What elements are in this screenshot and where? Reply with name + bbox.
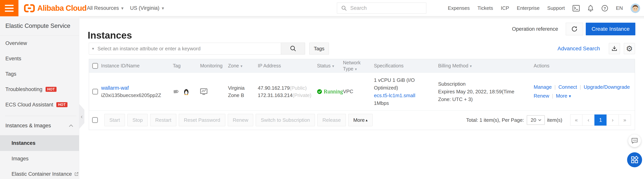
resource-scope-dropdown[interactable]: All Resources bbox=[87, 5, 124, 11]
zone-cell: Virginia Zone B bbox=[228, 84, 258, 99]
refresh-icon bbox=[571, 25, 578, 32]
instance-type-link[interactable]: ecs.t5-lc1m1.small bbox=[374, 92, 434, 99]
grid-icon bbox=[630, 156, 638, 164]
action-connect[interactable]: Connect bbox=[558, 84, 577, 90]
sidebar-item-instances[interactable]: Instances bbox=[0, 135, 79, 151]
bulk-actions: Start Stop Restart Reset Password Renew … bbox=[104, 114, 372, 126]
alibaba-cloud-logo-icon bbox=[24, 4, 35, 12]
topbar-search-input[interactable] bbox=[350, 5, 413, 11]
shortcuts-button[interactable] bbox=[627, 152, 642, 167]
action-more[interactable]: More bbox=[556, 93, 571, 99]
sidebar: Elastic Compute Service Overview Events … bbox=[0, 16, 79, 179]
specifications-cell: 1 vCPU 1 GiB (I/O Optimized) ecs.t5-lc1m… bbox=[374, 76, 434, 107]
tags-filter-button[interactable]: Tags bbox=[309, 43, 329, 54]
sidebar-item-tags[interactable]: Tags bbox=[0, 66, 79, 82]
bulk-stop-button[interactable]: Stop bbox=[128, 114, 148, 126]
filter-bar: ▾ Tags bbox=[89, 43, 329, 54]
chevron-down-icon[interactable]: ▾ bbox=[92, 46, 94, 51]
action-upgrade-downgrade[interactable]: Upgrade/Downgrade bbox=[584, 84, 630, 90]
select-all-checkbox[interactable] bbox=[92, 63, 98, 69]
advanced-search-link[interactable]: Advanced Search bbox=[558, 45, 600, 52]
alibaba-cloud-logo[interactable]: Alibaba Cloud bbox=[24, 0, 86, 16]
instances-table: Instance ID/Name Tag Monitoring Zone IP … bbox=[89, 59, 635, 130]
billing-method-cell: Subscription Expires May 20, 2022, 18:59… bbox=[438, 80, 528, 103]
nav-link-support[interactable]: Support bbox=[547, 5, 565, 11]
question-icon: ? bbox=[601, 5, 608, 12]
sidebar-item-events[interactable]: Events bbox=[0, 51, 79, 66]
ip-address-cell: 47.90.162.179(Public) 172.31.163.214(Pri… bbox=[258, 84, 317, 99]
sidebar-section-instances-images[interactable]: Instances & Images bbox=[0, 116, 79, 135]
export-button[interactable] bbox=[609, 43, 620, 54]
nav-link-tickets[interactable]: Tickets bbox=[478, 5, 493, 11]
topbar-right: Expenses Tickets ICP Enterprise Support bbox=[448, 0, 640, 16]
search-icon bbox=[290, 45, 296, 52]
page-title: Instances bbox=[88, 30, 132, 41]
table-settings-button[interactable]: ⚙ bbox=[624, 43, 635, 54]
operation-reference-link[interactable]: Operation reference bbox=[512, 26, 558, 32]
bulk-restart-button[interactable]: Restart bbox=[150, 114, 176, 126]
sidebar-item-ecs-cloud-assistant[interactable]: ECS Cloud Assistant HOT bbox=[0, 97, 79, 112]
bulk-release-button[interactable]: Release bbox=[318, 114, 346, 126]
action-renew[interactable]: Renew bbox=[534, 93, 549, 99]
nav-link-icp[interactable]: ICP bbox=[501, 5, 509, 11]
help-button[interactable]: ? bbox=[601, 5, 608, 12]
sidebar-item-troubleshooting[interactable]: Troubleshooting HOT bbox=[0, 82, 79, 97]
filter-tools: Advanced Search ⚙ bbox=[558, 43, 635, 54]
cloud-shell-button[interactable] bbox=[572, 5, 580, 11]
pagination-page-1[interactable]: 1 bbox=[594, 115, 607, 126]
tag-icon[interactable] bbox=[173, 89, 178, 95]
sidebar-item-overview[interactable]: Overview bbox=[0, 35, 79, 51]
bulk-start-button[interactable]: Start bbox=[104, 114, 125, 126]
create-instance-button[interactable]: Create Instance bbox=[586, 23, 635, 35]
sidebar-item-images[interactable]: Images bbox=[0, 151, 79, 166]
pagination-first[interactable]: « bbox=[570, 115, 582, 126]
bulk-reset-password-button[interactable]: Reset Password bbox=[179, 114, 225, 126]
footer-select-all-checkbox[interactable] bbox=[92, 117, 98, 123]
col-billing-method[interactable]: Billing Method bbox=[438, 63, 534, 69]
logo-text: Alibaba Cloud bbox=[37, 4, 86, 12]
attribute-filter-field[interactable]: ▾ bbox=[89, 43, 281, 54]
bulk-renew-button[interactable]: Renew bbox=[228, 114, 253, 126]
search-icon bbox=[341, 5, 347, 11]
sidebar-item-elastic-container-instance[interactable]: Elastic Container Instance bbox=[0, 166, 79, 179]
filter-search-button[interactable] bbox=[281, 43, 305, 54]
refresh-button[interactable] bbox=[566, 23, 583, 35]
region-dropdown[interactable]: US (Virginia) bbox=[130, 5, 164, 11]
status-text: Running bbox=[324, 88, 343, 95]
hamburger-menu-button[interactable] bbox=[0, 0, 18, 16]
chevron-left-icon: ‹ bbox=[81, 113, 83, 120]
nav-link-enterprise[interactable]: Enterprise bbox=[517, 5, 540, 11]
bulk-more-button[interactable]: More bbox=[348, 114, 372, 126]
per-page-select[interactable]: 20 bbox=[527, 115, 545, 125]
bulk-switch-subscription-button[interactable]: Switch to Subscription bbox=[256, 114, 315, 126]
col-actions: Actions bbox=[534, 63, 635, 69]
user-avatar[interactable] bbox=[630, 3, 640, 13]
table-footer: Start Stop Restart Reset Password Renew … bbox=[89, 111, 635, 130]
row-checkbox[interactable] bbox=[92, 89, 98, 95]
action-manage[interactable]: Manage bbox=[534, 84, 552, 90]
instance-id: iZ0xi135buecsex6205pp2Z bbox=[101, 92, 173, 99]
locale-toggle[interactable]: EN bbox=[616, 5, 623, 11]
table-header-row: Instance ID/Name Tag Monitoring Zone IP … bbox=[89, 59, 635, 73]
pagination-prev[interactable]: ‹ bbox=[582, 115, 594, 126]
ecs-console: Alibaba Cloud All Resources US (Virginia… bbox=[0, 0, 644, 179]
col-network-type[interactable]: Network Type bbox=[343, 59, 374, 72]
instance-name-link[interactable]: wallarm-waf bbox=[101, 84, 173, 92]
notifications-button[interactable] bbox=[588, 5, 594, 12]
col-status[interactable]: Status bbox=[317, 63, 343, 69]
sort-icon bbox=[239, 63, 242, 68]
chevron-down-icon bbox=[538, 118, 541, 121]
pagination-next[interactable]: › bbox=[606, 115, 619, 126]
topbar-search[interactable] bbox=[337, 2, 426, 14]
col-zone[interactable]: Zone bbox=[228, 63, 258, 69]
attribute-filter-input[interactable] bbox=[97, 45, 270, 52]
monitoring-icon[interactable] bbox=[200, 88, 208, 95]
hot-badge: HOT bbox=[56, 102, 68, 107]
scope-group: All Resources US (Virginia) bbox=[87, 0, 164, 16]
external-link-icon bbox=[74, 172, 79, 176]
nav-link-expenses[interactable]: Expenses bbox=[448, 5, 470, 11]
avatar-image bbox=[630, 3, 640, 13]
check-circle-icon bbox=[317, 89, 322, 95]
feedback-chat-button[interactable] bbox=[628, 135, 641, 147]
pagination-last[interactable]: » bbox=[618, 115, 631, 126]
